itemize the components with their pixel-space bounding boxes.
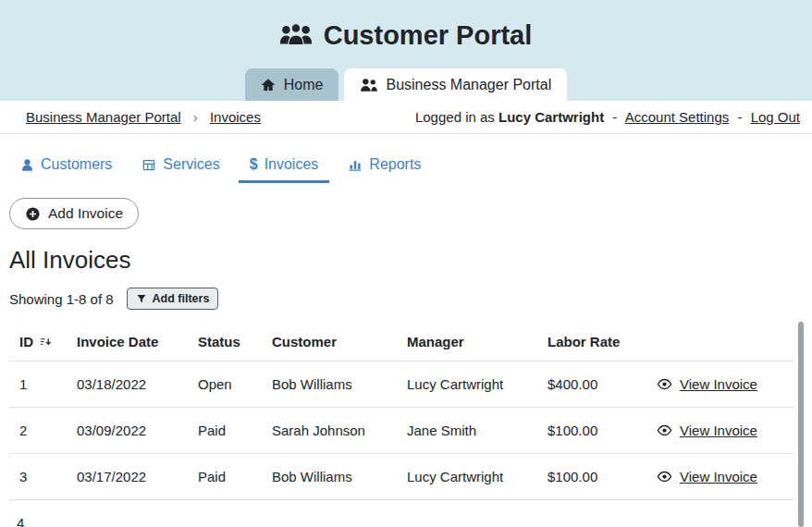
col-header-status[interactable]: Status [191, 323, 265, 362]
cell-manager [400, 500, 540, 527]
topbar: Business Manager Portal › Invoices Logge… [0, 101, 812, 134]
eye-icon [657, 471, 672, 483]
cell-rate [540, 500, 649, 527]
cell-status: Paid [191, 454, 265, 500]
tab-reports[interactable]: Reports [337, 149, 432, 183]
filter-icon [136, 293, 147, 304]
col-header-id-label: ID [19, 334, 33, 349]
user-icon [20, 158, 34, 172]
col-header-manager[interactable]: Manager [400, 323, 540, 362]
table-icon [141, 158, 156, 172]
col-header-action [649, 323, 794, 362]
view-invoice-link[interactable]: View Invoice [680, 469, 757, 484]
portal-tabs: Home Business Manager Portal [0, 68, 812, 101]
eye-icon [657, 424, 672, 436]
view-invoice-link[interactable]: View Invoice [680, 423, 757, 438]
dollar-icon: $ [250, 156, 258, 173]
table-row: 2 03/09/2022 Paid Sarah Johnson Jane Smi… [9, 408, 794, 454]
cell-customer: Sarah Johnson [265, 408, 400, 454]
cell-customer: Bob Williams [265, 454, 400, 500]
add-filters-label: Add filters [153, 292, 210, 305]
tab-customers-label: Customers [41, 156, 112, 173]
account-settings-link[interactable]: Account Settings [625, 109, 730, 125]
tab-home-label: Home [284, 77, 324, 93]
page-title: Customer Portal [0, 18, 812, 52]
view-invoice-link[interactable]: View Invoice [680, 376, 757, 392]
cell-manager: Jane Smith [400, 408, 540, 454]
invoices-table: ID Invoice Date Status Customer Manager … [9, 323, 803, 527]
tab-business-manager-portal[interactable]: Business Manager Portal [344, 68, 567, 101]
section-tabs: Customers Services $ Invoices Reports [9, 149, 812, 183]
cell-id: 4 [9, 500, 69, 527]
session-dash: - [612, 109, 617, 125]
tab-home[interactable]: Home [245, 68, 339, 101]
cell-customer [265, 500, 400, 527]
cell-date [69, 500, 191, 527]
log-out-link[interactable]: Log Out [751, 109, 800, 125]
section-heading: All Invoices [9, 246, 812, 275]
home-icon [261, 78, 276, 92]
table-row-partial: 4 [9, 500, 794, 527]
breadcrumb: Business Manager Portal › Invoices [26, 109, 261, 125]
tab-business-manager-portal-label: Business Manager Portal [386, 77, 551, 93]
cell-manager: Lucy Cartwright [400, 362, 540, 408]
users-icon [280, 23, 312, 47]
breadcrumb-link-business-manager-portal[interactable]: Business Manager Portal [26, 109, 181, 125]
session-info: Logged in as Lucy Cartwright - Account S… [415, 109, 800, 125]
cell-status: Open [191, 362, 265, 408]
tab-invoices[interactable]: $ Invoices [239, 149, 330, 183]
tab-services-label: Services [163, 156, 219, 173]
bar-chart-icon [348, 158, 363, 172]
breadcrumb-separator: › [193, 109, 198, 125]
cell-status [191, 500, 265, 527]
cell-manager: Lucy Cartwright [400, 454, 540, 500]
eye-icon [657, 378, 672, 390]
business-portal-icon [360, 78, 377, 92]
hero-header: Customer Portal Home Business Manager Po… [0, 0, 812, 101]
cell-status: Paid [191, 408, 265, 454]
results-bar: Showing 1-8 of 8 Add filters [9, 288, 812, 310]
cell-rate: $400.00 [540, 362, 649, 408]
tab-reports-label: Reports [369, 156, 421, 173]
add-invoice-button[interactable]: Add Invoice [9, 198, 139, 229]
table-header-row: ID Invoice Date Status Customer Manager … [9, 323, 794, 362]
cell-customer: Bob Williams [265, 362, 400, 408]
cell-rate: $100.00 [540, 408, 649, 454]
tab-invoices-label: Invoices [265, 156, 319, 173]
cell-date: 03/18/2022 [69, 362, 191, 408]
tab-services[interactable]: Services [130, 149, 230, 183]
vertical-scrollbar[interactable] [798, 322, 804, 527]
col-header-rate[interactable]: Labor Rate [540, 323, 649, 362]
col-header-id[interactable]: ID [9, 323, 69, 362]
session-user: Lucy Cartwright [498, 109, 604, 125]
cell-id: 3 [9, 454, 69, 500]
add-invoice-label: Add Invoice [48, 205, 123, 222]
breadcrumb-link-invoices[interactable]: Invoices [210, 109, 261, 125]
plus-circle-icon [25, 206, 41, 222]
col-header-date[interactable]: Invoice Date [69, 323, 191, 362]
cell-rate: $100.00 [540, 454, 649, 500]
cell-id: 2 [9, 408, 69, 454]
sort-icon[interactable] [39, 336, 52, 348]
table-row: 1 03/18/2022 Open Bob Williams Lucy Cart… [9, 362, 794, 408]
add-filters-button[interactable]: Add filters [127, 288, 219, 310]
cell-id: 1 [9, 362, 69, 408]
cell-date: 03/17/2022 [69, 454, 191, 500]
col-header-customer[interactable]: Customer [265, 323, 400, 362]
tab-customers[interactable]: Customers [9, 149, 123, 183]
page-title-text: Customer Portal [324, 18, 533, 52]
table-row: 3 03/17/2022 Paid Bob Williams Lucy Cart… [9, 454, 794, 500]
showing-count: Showing 1-8 of 8 [9, 291, 114, 307]
session-dash: - [737, 109, 742, 125]
cell-date: 03/09/2022 [69, 408, 191, 454]
session-prefix: Logged in as [415, 109, 495, 125]
